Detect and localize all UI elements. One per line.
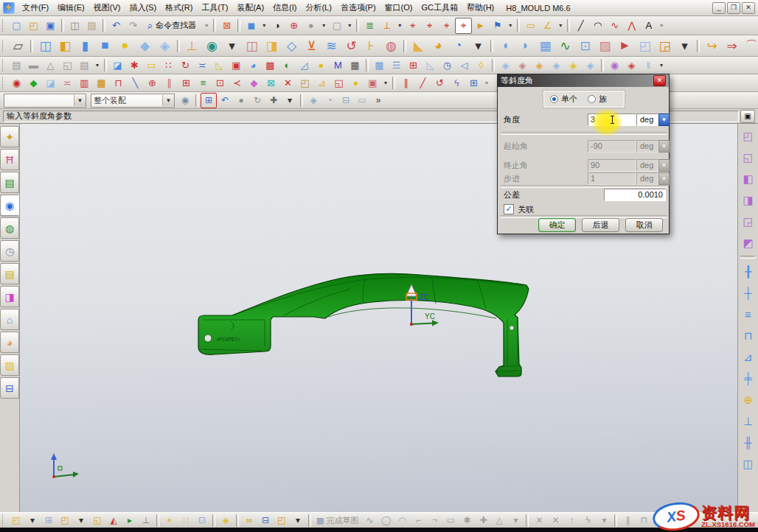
ball-check-icon[interactable]: ● — [313, 57, 330, 74]
menu-item-4[interactable]: 格式(R) — [161, 0, 197, 15]
measure-distance-icon[interactable]: ▭ — [143, 57, 160, 74]
mold-cavity-layout-icon[interactable]: ◨ — [739, 190, 758, 210]
undo-view-icon[interactable]: ↶ — [217, 93, 233, 108]
overflow-icon[interactable]: » — [202, 18, 211, 34]
playback-icon[interactable]: ◁ — [456, 57, 473, 74]
draft-icon[interactable]: ⊻ — [302, 36, 321, 56]
angle-unit-combo[interactable]: deg — [636, 113, 658, 126]
delete-x-icon[interactable]: ✕ — [279, 75, 296, 91]
print-icon[interactable]: ◫ — [66, 18, 83, 34]
select-rect-icon[interactable]: ⊞ — [201, 93, 217, 108]
snap-point-icon[interactable]: ⌖ — [161, 513, 178, 528]
sketch-star-icon[interactable]: ✱ — [459, 513, 475, 528]
slope-icon[interactable]: ◺ — [211, 57, 228, 74]
parallel-lines-icon[interactable]: ∥ — [397, 75, 414, 91]
text-box-icon[interactable]: ▣ — [228, 57, 245, 74]
toolbar-grip[interactable] — [2, 514, 6, 527]
menu-item-3[interactable]: 插入(S) — [125, 0, 161, 15]
fold-more-icon[interactable]: ▾ — [290, 513, 306, 528]
text-tool-icon[interactable]: A — [640, 18, 657, 34]
sketch-corner1-icon[interactable]: ⌐ — [410, 513, 426, 528]
prompt-corner-button[interactable]: ▣ — [740, 110, 755, 123]
sketch-tri-icon[interactable]: △ — [491, 513, 507, 528]
tiny-flag-icon[interactable]: ▸ — [122, 513, 138, 528]
chamfer-icon[interactable]: ◣ — [408, 36, 428, 56]
swirl-icon[interactable]: ↺ — [341, 36, 361, 56]
sheet-chk1-icon[interactable]: ◈ — [497, 57, 514, 74]
menu-item-2[interactable]: 视图(V) — [89, 0, 125, 15]
mesh-surface-icon[interactable]: ▦ — [535, 36, 555, 56]
green-diamond-icon[interactable]: ◆ — [25, 75, 42, 91]
csys-dynamic-icon[interactable]: ⌖ — [455, 18, 472, 34]
arc-icon[interactable]: ◠ — [589, 18, 606, 34]
gray-b-icon[interactable]: ▬ — [25, 57, 42, 74]
save-icon[interactable]: ▣ — [42, 18, 59, 34]
pink-diamond-icon[interactable]: ◆ — [246, 75, 262, 91]
templates-icon[interactable]: ⊟ — [0, 377, 19, 399]
sketch-icon[interactable]: ▱ — [8, 36, 28, 56]
constraint-x1-icon[interactable]: ✕ — [531, 513, 547, 528]
menu-item-8[interactable]: 分析(L) — [301, 0, 335, 15]
sketch-spline-icon[interactable]: ∿ — [361, 513, 378, 528]
shell-icon[interactable]: ◔ — [448, 36, 468, 56]
n-sided-icon[interactable]: ► — [615, 36, 635, 56]
new-icon[interactable]: ▢ — [8, 18, 25, 34]
orbit-icon[interactable]: ↻ — [249, 93, 265, 108]
sew-icon[interactable]: ≋ — [321, 36, 341, 56]
color-wand-icon[interactable]: ◨ — [0, 286, 19, 307]
sheet-chk3-icon[interactable]: ◈ — [531, 57, 548, 74]
thicken-icon[interactable]: ◍ — [381, 36, 401, 56]
through-curves-icon[interactable]: ◗ — [515, 36, 535, 56]
assembly-navigator-icon[interactable]: Ħ — [0, 149, 19, 170]
ruler-icon[interactable]: ▭ — [522, 18, 539, 34]
sheet-chk5-icon[interactable]: ◈ — [565, 57, 582, 74]
building-wand-icon[interactable]: ⌂ — [0, 309, 19, 330]
constraint-up-icon[interactable]: ↑ — [563, 513, 580, 528]
blend2-icon[interactable]: ◈ — [155, 36, 175, 56]
model-door-handle[interactable]: >PC4PET< — [188, 273, 535, 383]
calculator-icon[interactable]: ▦ — [347, 57, 364, 74]
section-surface-icon[interactable]: ▨ — [595, 36, 615, 56]
combo-dropdown-icon[interactable]: ▼ — [74, 95, 86, 106]
open-icon[interactable]: ◰ — [25, 18, 42, 34]
overflow5-icon[interactable]: » — [482, 75, 491, 91]
revolve-icon[interactable]: ◧ — [55, 36, 75, 56]
compare-icon[interactable]: ⊞ — [405, 57, 422, 74]
row4-more-icon[interactable]: ▾ — [657, 57, 666, 74]
stripes-icon[interactable]: ≡ — [195, 75, 212, 91]
constraint-x2-icon[interactable]: ✕ — [547, 513, 563, 528]
gray-c-icon[interactable]: △ — [42, 57, 59, 74]
sphere-icon[interactable]: ● — [115, 36, 135, 56]
sketch-plus-icon[interactable]: ✚ — [475, 513, 491, 528]
patch-icon[interactable]: ◇ — [282, 36, 302, 56]
rotate-sphere-icon[interactable]: ⊕ — [285, 18, 302, 34]
dim-more-icon[interactable]: ▾ — [596, 513, 612, 528]
sketch-rect-icon[interactable]: ▭ — [442, 513, 459, 528]
measure-face-icon[interactable]: ◪ — [109, 57, 126, 74]
background-icon[interactable]: ▢ — [328, 18, 345, 34]
polyline-icon[interactable]: ⋀ — [623, 18, 640, 34]
sketch-corner2-icon[interactable]: ¬ — [426, 513, 442, 528]
toolbar-grip[interactable] — [2, 40, 6, 52]
broom-icon[interactable]: ⊿ — [313, 75, 330, 91]
bridge-icon[interactable]: ⌒ — [742, 36, 758, 56]
trimmed-sheet-icon[interactable]: ◲ — [655, 36, 675, 56]
selection-scope-combo[interactable]: 整个装配 ▼ — [91, 94, 175, 108]
spline-icon[interactable]: ∿ — [606, 18, 623, 34]
datum-plane-icon[interactable]: ⊥ — [182, 36, 202, 56]
gray-a-icon[interactable]: ▤ — [8, 57, 25, 74]
history-clock-icon[interactable]: ◷ — [439, 57, 456, 74]
wcs-triad[interactable]: ZC YC — [392, 284, 459, 336]
snap-a-icon[interactable]: ◈ — [305, 93, 321, 108]
menu-item-12[interactable]: 帮助(H) — [462, 0, 498, 15]
mold-parting-icon[interactable]: ◩ — [739, 233, 758, 253]
angle-check-icon[interactable]: ◺ — [422, 57, 439, 74]
mass-props-icon[interactable]: M — [330, 57, 347, 74]
selection-filter-combo[interactable]: ▼ — [4, 94, 86, 108]
diagonal-icon[interactable]: ╲ — [127, 75, 144, 91]
link-icon[interactable]: ≍ — [59, 75, 76, 91]
extract-icon[interactable]: ↪ — [702, 36, 722, 56]
angle-unit-dropdown-icon[interactable]: ▼ — [658, 113, 670, 126]
cooling-icon[interactable]: ⊕ — [739, 390, 758, 410]
key-icon[interactable]: ► — [472, 18, 489, 34]
